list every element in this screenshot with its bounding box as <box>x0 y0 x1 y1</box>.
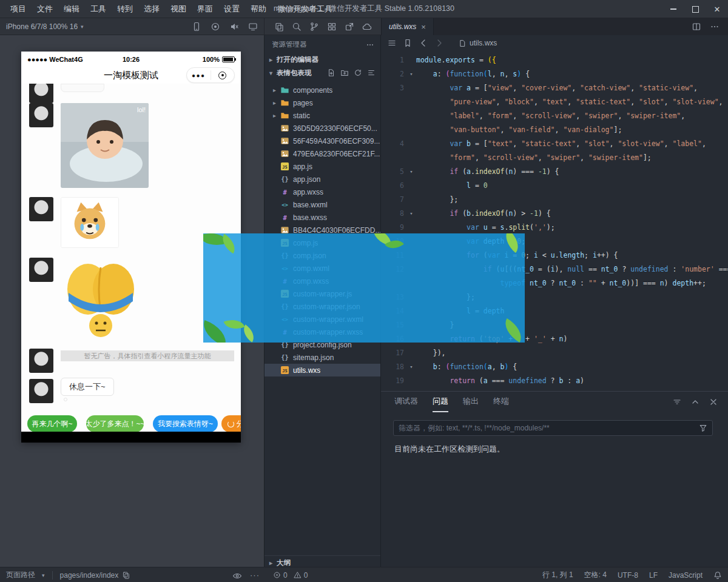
tree-item-479E6A8230F06ECF21F...[interactable]: 479E6A8230F06ECF21F... <box>265 147 380 160</box>
tab-utils-wxs[interactable]: utils.wxs × <box>382 18 434 35</box>
more-icon[interactable] <box>366 41 374 49</box>
menu-7[interactable]: 界面 <box>192 0 218 18</box>
code-line[interactable]: 1module.exports = ({ <box>381 53 728 67</box>
tree-item-utils.wxs[interactable]: JSutils.wxs <box>265 364 380 376</box>
minimize-button[interactable] <box>662 0 684 18</box>
status-item-0[interactable]: 行 1, 列 1 <box>542 570 573 580</box>
panel-tab-输出[interactable]: 输出 <box>463 392 479 412</box>
tree-item-36D5D92330F06ECF50...[interactable]: 36D5D92330F06ECF50... <box>265 122 380 135</box>
code-line[interactable]: 4 var b = ["text", "static-text", "slot"… <box>381 137 728 151</box>
code-line[interactable]: "label", "form", "scroll-view", "swiper"… <box>381 109 728 123</box>
tree-item-app.wxss[interactable]: #app.wxss <box>265 186 380 198</box>
panel-tab-问题[interactable]: 问题 <box>433 392 448 412</box>
problems-counts[interactable]: 0 0 <box>273 567 308 582</box>
close-miniprogram-button[interactable] <box>211 72 235 79</box>
eye-icon[interactable] <box>232 571 242 581</box>
phone-icon[interactable] <box>192 22 201 32</box>
status-item-2[interactable]: UTF-8 <box>618 571 638 580</box>
new-file-icon[interactable] <box>327 69 335 77</box>
panel-tab-调试器[interactable]: 调试器 <box>394 392 418 412</box>
status-item-3[interactable]: LF <box>649 571 658 580</box>
status-item-4[interactable]: JavaScript <box>669 571 703 580</box>
menu-4[interactable]: 转到 <box>112 0 138 18</box>
more-menu-button[interactable]: ●●● <box>187 72 211 79</box>
funnel-icon[interactable] <box>699 424 707 432</box>
collapse-icon[interactable] <box>367 69 376 77</box>
tree-item-app.js[interactable]: JSapp.js <box>265 160 380 173</box>
more-icon[interactable]: ··· <box>250 570 260 580</box>
page-path-value[interactable]: pages/index/index <box>60 571 119 580</box>
dog-emoji-image[interactable] <box>61 197 119 248</box>
git-branch-icon[interactable] <box>309 22 319 32</box>
code-line[interactable]: 9 var u = s.split(','); <box>381 221 728 235</box>
back-icon[interactable] <box>419 38 428 48</box>
close-icon[interactable] <box>709 397 718 407</box>
tree-item-static[interactable]: ▸static <box>265 109 380 122</box>
fold-icon[interactable]: ▾ <box>406 165 416 179</box>
outline-icon[interactable] <box>387 38 397 48</box>
baby-photo-image[interactable]: lol! <box>61 103 149 188</box>
cloud-icon[interactable] <box>362 22 372 32</box>
new-folder-icon[interactable] <box>340 69 349 77</box>
tree-item-pages[interactable]: ▸pages <box>265 96 380 109</box>
code-line[interactable]: 2▾ a: (function(l, n, s) { <box>381 67 728 81</box>
menu-0[interactable]: 项目 <box>5 0 32 18</box>
copy-icon[interactable] <box>122 571 130 579</box>
sim-button-1[interactable]: 太少了多来点！~~ <box>86 415 144 432</box>
chevron-up-icon[interactable] <box>690 397 700 407</box>
open-editors-section[interactable]: ▸ 打开的编辑器 <box>265 53 380 66</box>
sim-button-2[interactable]: 我要搜索表情呀~ <box>153 415 218 432</box>
page-path-label[interactable]: 页面路径 <box>6 570 35 580</box>
code-line[interactable]: 6 l = 0 <box>381 179 728 193</box>
code-line[interactable]: 8▾ if (b.indexOf(n) > -1) { <box>381 207 728 221</box>
menu-2[interactable]: 编辑 <box>58 0 85 18</box>
project-section[interactable]: ▾ 表情包表现 <box>265 66 380 79</box>
tree-item-base.wxml[interactable]: <>base.wxml <box>265 198 380 211</box>
sim-button-0[interactable]: 再来几个啊~ <box>27 415 77 432</box>
detach-icon[interactable] <box>345 22 354 32</box>
bookmark-icon[interactable] <box>403 38 413 48</box>
mute-icon[interactable] <box>229 22 239 32</box>
panel-tab-终端[interactable]: 终端 <box>493 392 509 412</box>
menu-9[interactable]: 帮助 <box>245 0 272 18</box>
breadcrumb-file[interactable]: utils.wxs <box>470 39 497 47</box>
fold-icon[interactable]: ▾ <box>406 360 416 374</box>
menu-10[interactable]: 微信开发者工具 <box>272 0 338 18</box>
code-line[interactable]: 19 return (a === undefined ? b : a) <box>381 374 728 388</box>
code-line[interactable]: 3 var a = ["view", "cover-view", "catch-… <box>381 81 728 95</box>
record-icon[interactable] <box>211 22 220 32</box>
code-line[interactable]: 5▾ if (a.indexOf(n) === -1) { <box>381 165 728 179</box>
close-window-button[interactable]: ✕ <box>706 0 728 18</box>
sim-button-3[interactable]: 分 <box>221 415 241 432</box>
display-icon[interactable] <box>248 22 258 32</box>
grid-icon[interactable] <box>327 22 337 32</box>
align-icon[interactable] <box>672 397 682 407</box>
device-selector[interactable]: iPhone 6/7/8 100% 16 <box>6 22 78 31</box>
status-item-1[interactable]: 空格: 4 <box>584 570 607 580</box>
code-line[interactable]: 17 }), <box>381 346 728 360</box>
refresh-icon[interactable] <box>354 69 362 77</box>
close-tab-icon[interactable]: × <box>421 22 426 32</box>
forward-icon[interactable] <box>434 38 444 48</box>
fold-icon[interactable]: ▾ <box>406 67 416 81</box>
code-line[interactable]: "pure-view", "block", "text", "static-te… <box>381 95 728 109</box>
copy-icon[interactable] <box>274 22 284 32</box>
more-icon[interactable] <box>710 22 720 32</box>
code-line[interactable]: "form", "scroll-view", "swiper", "swiper… <box>381 151 728 165</box>
code-line[interactable]: 7 }; <box>381 193 728 207</box>
menu-6[interactable]: 视图 <box>165 0 192 18</box>
split-icon[interactable] <box>692 22 701 32</box>
bell-icon[interactable] <box>713 571 722 580</box>
search-icon[interactable] <box>292 22 302 32</box>
menu-1[interactable]: 文件 <box>32 0 58 18</box>
menu-3[interactable]: 工具 <box>85 0 112 18</box>
tree-item-base.wxss[interactable]: #base.wxss <box>265 211 380 224</box>
ad-overlay[interactable] <box>203 233 525 343</box>
tree-item-56F459A430F06ECF309...[interactable]: 56F459A430F06ECF309... <box>265 135 380 147</box>
butt-emoji-image[interactable] <box>61 258 141 340</box>
tree-item-app.json[interactable]: {}app.json <box>265 173 380 186</box>
code-line[interactable]: "van-button", "van-field", "van-dialog"]… <box>381 123 728 137</box>
menu-5[interactable]: 选择 <box>138 0 165 18</box>
tree-item-components[interactable]: ▸components <box>265 84 380 96</box>
code-line[interactable]: 18▾ b: (function(a, b) { <box>381 360 728 374</box>
